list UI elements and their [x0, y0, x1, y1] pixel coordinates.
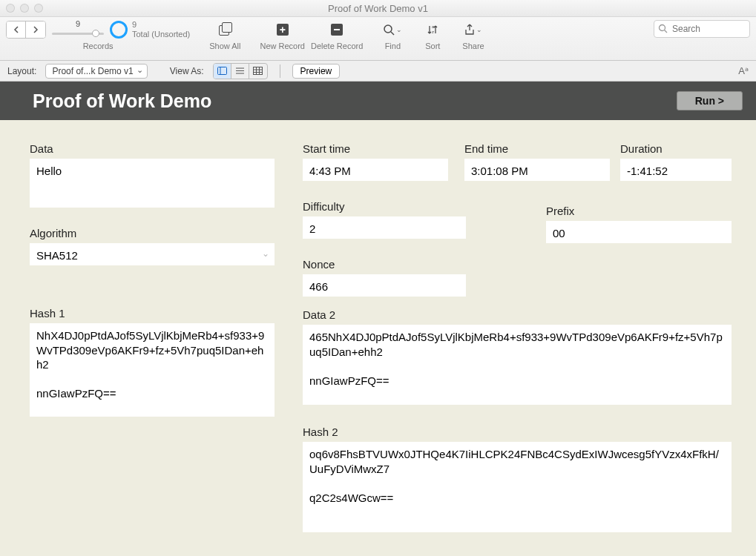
- new-record-label: New Record: [260, 42, 305, 50]
- chevron-down-icon: ⌄: [396, 26, 402, 33]
- delete-record-label: Delete Record: [311, 42, 363, 50]
- record-totals: 9 Total (Unsorted): [132, 20, 190, 39]
- algorithm-select[interactable]: SHA512: [30, 243, 275, 265]
- find-button[interactable]: ⌄: [382, 20, 403, 39]
- view-form-icon[interactable]: [214, 64, 231, 79]
- hash1-field[interactable]: NhX4DJ0pPtdAJof5SyLVjlKbjMeRb4+sf933+9Wv…: [30, 323, 275, 417]
- end-time-label: End time: [464, 142, 610, 155]
- svg-rect-11: [254, 67, 263, 75]
- nonce-field[interactable]: 466: [303, 274, 466, 297]
- page-header: Proof of Work Demo Run >: [0, 82, 756, 120]
- algorithm-label: Algorithm: [30, 227, 275, 239]
- record-slider[interactable]: 9: [50, 20, 105, 39]
- svg-point-0: [384, 25, 392, 33]
- run-button[interactable]: Run >: [677, 91, 743, 110]
- end-time-field[interactable]: 3:01:08 PM: [464, 159, 610, 181]
- new-record-group: + New Record: [260, 20, 305, 50]
- record-index: 9: [50, 19, 105, 28]
- sort-label: Sort: [425, 42, 440, 50]
- find-group: ⌄ Find: [382, 20, 403, 50]
- data-field[interactable]: Hello: [30, 159, 275, 208]
- share-label: Share: [462, 42, 484, 50]
- form-canvas: Data Hello Algorithm SHA512 Hash 1 NhX4D…: [0, 120, 756, 556]
- prefix-field[interactable]: 00: [546, 221, 732, 243]
- data2-field[interactable]: 465NhX4DJ0pPtdAJof5SyLVjlKbjMeRb4+sf933+…: [303, 325, 732, 405]
- share-icon: [464, 24, 475, 36]
- show-all-group: Show All: [209, 20, 240, 50]
- nonce-label: Nonce: [303, 258, 466, 271]
- data-label: Data: [30, 142, 275, 155]
- sort-icon: az: [427, 24, 438, 36]
- view-as-toggle: [213, 63, 268, 79]
- share-button[interactable]: ⌄: [463, 20, 484, 39]
- close-window-icon[interactable]: [6, 4, 15, 13]
- svg-point-4: [660, 25, 665, 31]
- svg-line-1: [391, 32, 394, 35]
- prev-record-button[interactable]: [7, 21, 26, 38]
- view-list-icon[interactable]: [231, 64, 249, 79]
- data2-label: Data 2: [303, 308, 732, 321]
- duration-field[interactable]: -1:41:52: [620, 159, 732, 181]
- preview-button[interactable]: Preview: [292, 64, 341, 79]
- sort-group: az Sort: [422, 20, 443, 50]
- start-time-label: Start time: [303, 142, 448, 155]
- start-time-field[interactable]: 4:43 PM: [303, 159, 448, 181]
- window-controls: [6, 4, 43, 13]
- layout-bar: Layout: Proof of...k Demo v1 View As: Pr…: [0, 61, 756, 82]
- layout-label: Layout:: [7, 66, 36, 76]
- minimize-window-icon[interactable]: [20, 4, 29, 13]
- sort-button[interactable]: az: [422, 20, 443, 39]
- svg-text:z: z: [432, 30, 434, 34]
- page-title: Proof of Work Demo: [33, 90, 211, 112]
- search-input[interactable]: [654, 20, 750, 38]
- delete-record-button[interactable]: [326, 20, 348, 39]
- share-group: ⌄ Share: [462, 20, 484, 50]
- search-icon: [383, 24, 395, 36]
- records-group: 9 9 Total (Unsorted) Records: [6, 20, 190, 50]
- divider: [280, 64, 280, 78]
- svg-rect-6: [217, 67, 226, 75]
- pie-icon: [110, 21, 128, 39]
- total-count: 9: [132, 20, 190, 30]
- show-all-button[interactable]: [214, 20, 236, 39]
- window-titlebar: Proof of Work Demo v1: [0, 0, 756, 17]
- hash2-field[interactable]: oq6v8FhsBTVUWx0JTHQe4K7IiHLCPK24FNBc4CSy…: [303, 442, 732, 532]
- hash2-label: Hash 2: [303, 426, 732, 438]
- window-title: Proof of Work Demo v1: [328, 3, 428, 14]
- layout-select[interactable]: Proof of...k Demo v1: [45, 64, 147, 79]
- prefix-label: Prefix: [546, 205, 732, 217]
- record-nav: [6, 21, 46, 39]
- total-label: Total (Unsorted): [132, 30, 190, 39]
- new-record-button[interactable]: +: [272, 20, 294, 39]
- show-all-label: Show All: [209, 42, 240, 50]
- find-label: Find: [385, 42, 401, 50]
- hash1-label: Hash 1: [30, 307, 275, 320]
- search-icon: [658, 24, 668, 33]
- search-group: [654, 20, 750, 38]
- records-label: Records: [83, 42, 114, 50]
- delete-record-group: Delete Record: [311, 20, 363, 50]
- view-table-icon[interactable]: [249, 64, 267, 79]
- toolbar: 9 9 Total (Unsorted) Records Show All + …: [0, 17, 756, 61]
- text-style-button[interactable]: Aᵃ: [738, 65, 749, 76]
- view-as-label: View As:: [170, 66, 204, 76]
- duration-label: Duration: [620, 142, 732, 155]
- chevron-down-icon: ⌄: [476, 26, 482, 33]
- next-record-button[interactable]: [26, 21, 45, 38]
- svg-line-5: [665, 30, 668, 33]
- zoom-window-icon[interactable]: [34, 4, 43, 13]
- difficulty-field[interactable]: 2: [303, 216, 466, 239]
- difficulty-label: Difficulty: [303, 200, 466, 213]
